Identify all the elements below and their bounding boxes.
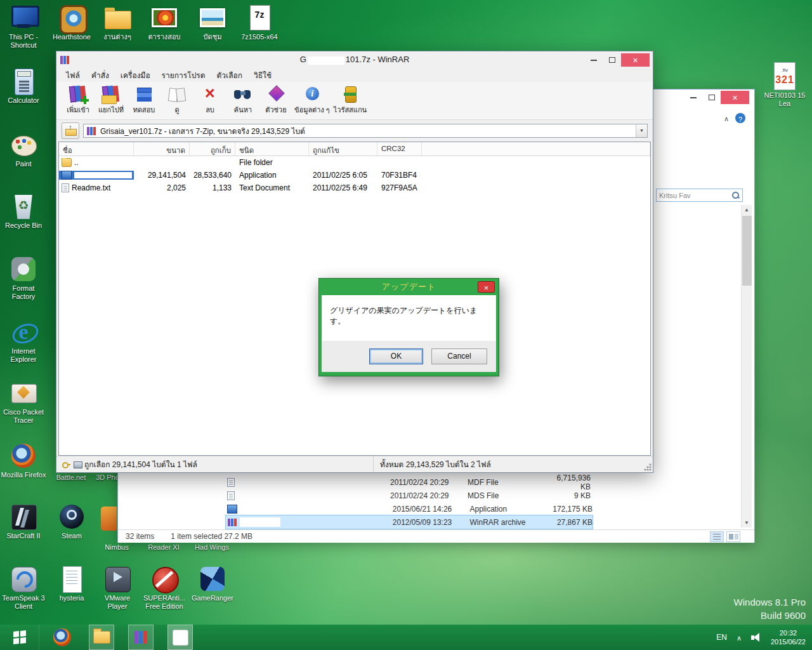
icons-view-button[interactable] (726, 531, 740, 542)
scroll-down-arrow-icon[interactable] (742, 518, 752, 527)
partial-desktop-icon[interactable] (101, 507, 117, 531)
view-button[interactable]: ดู (160, 84, 193, 116)
column-header-modified[interactable]: ถูกแก้ไข (309, 142, 377, 156)
wizard-button[interactable]: ตัวช่วย (259, 84, 292, 116)
menu-file[interactable]: ไฟล์ (60, 68, 86, 83)
dialog-close-button[interactable] (478, 281, 495, 293)
explorer-file-row-selected[interactable]: 2012/05/09 13:23 WinRAR archive 27,867 K… (226, 515, 593, 529)
close-button[interactable] (621, 53, 650, 67)
delete-button[interactable]: ลบ (193, 84, 226, 116)
desktop-icon-label: This PC - Shortcut (0, 33, 47, 50)
winrar-window[interactable]: G101.7z - WinRAR ไฟล์ คำสั่ง เครื่องมือ … (56, 51, 653, 473)
menu-options[interactable]: ตัวเลือก (211, 68, 248, 83)
desktop-icon-steam[interactable]: Steam (48, 503, 95, 540)
desktop-icon-cisco-packet-tracer[interactable]: Cisco Packet Tracer (0, 379, 47, 425)
disk-icon[interactable] (73, 460, 82, 469)
start-button[interactable] (0, 625, 39, 650)
scroll-up-arrow-icon[interactable] (742, 205, 752, 215)
desktop-icon-starcraft2[interactable]: StarCraft II (0, 503, 47, 540)
speaker-icon[interactable] (751, 633, 761, 642)
desktop-icon-firefox[interactable]: Mozilla Firefox (0, 442, 47, 479)
column-header-crc32[interactable]: CRC32 (377, 142, 422, 156)
desktop-icon-label-battlenet[interactable]: Battle.net (48, 474, 94, 482)
desktop-icon-calculator[interactable]: Calculator (0, 67, 47, 105)
minimize-button[interactable] (684, 91, 702, 104)
file-row-selected[interactable]: 29,141,504 28,533,640 Application 2011/0… (59, 169, 650, 182)
language-indicator[interactable]: EN (716, 633, 727, 642)
add-button[interactable]: เพิ่มเข้า (62, 84, 95, 116)
ribbon-collapse-icon[interactable] (724, 112, 729, 124)
desktop-icon-7zip-installer[interactable]: 7z1505-x64 (236, 4, 283, 41)
key-icon[interactable] (62, 460, 71, 469)
search-icon[interactable] (731, 191, 740, 199)
menu-tools[interactable]: เครื่องมือ (115, 68, 156, 83)
desktop-icon-neti-flv[interactable]: .flv321NETI0103 15 Lea (761, 62, 808, 108)
desktop-icon-hysteria[interactable]: hysteria (48, 565, 95, 602)
column-header-size[interactable]: ขนาด (134, 142, 190, 156)
virus-scan-button[interactable]: ไวรัสสแกน (332, 84, 369, 116)
details-view-button[interactable] (710, 531, 724, 542)
desktop-icon-gameranger[interactable]: GameRanger (189, 565, 236, 602)
desktop-icon-work-folder[interactable]: งานต่างๆ (94, 4, 141, 41)
winrar-title-bar[interactable]: G101.7z - WinRAR (56, 51, 653, 68)
explorer-file-row[interactable]: 2011/02/24 20:29 MDF File 6,715,936 KB (226, 475, 593, 489)
menu-commands[interactable]: คำสั่ง (86, 68, 115, 83)
menu-help[interactable]: วิธีใช้ (248, 68, 277, 83)
desktop-icon-label-nimbus[interactable]: Nimbus (94, 543, 140, 552)
application-icon (227, 505, 237, 514)
status-total-text: ทั้งหมด 29,143,529 ไบต์ใน 2 ไฟล์ (380, 460, 491, 469)
show-hidden-icons-chevron[interactable] (737, 632, 742, 643)
desktop-icon-photo-beach[interactable]: บัดชุม (189, 4, 236, 41)
minimize-button[interactable] (584, 53, 603, 67)
taskbar-winrar-button[interactable] (128, 625, 154, 650)
file-row-up-dir[interactable]: .. File folder (59, 156, 650, 169)
info-icon (301, 84, 323, 104)
taskbar-firefox-button[interactable] (49, 625, 75, 650)
update-dialog[interactable]: アップデート グリザイアの果実のアップデートを行います。 OK Cancel (318, 278, 499, 376)
explorer-file-row[interactable]: 2015/06/21 14:26 Application 172,175 KB (226, 502, 593, 515)
file-row-readme[interactable]: Readme.txt 2,025 1,133 Text Document 201… (59, 182, 650, 194)
desktop-icon-teamspeak[interactable]: TeamSpeak 3 Client (0, 565, 47, 611)
desktop-icon-format-factory[interactable]: Format Factory (0, 255, 47, 301)
desktop-icon-label-hadwings[interactable]: Had Wings (187, 543, 237, 552)
desktop-icon-label: Cisco Packet Tracer (0, 408, 47, 425)
maximize-button[interactable] (702, 91, 721, 104)
ok-button[interactable]: OK (369, 348, 423, 364)
explorer-file-row[interactable]: 2011/02/24 20:29 MDS File 9 KB (226, 489, 593, 502)
censor-box (308, 56, 344, 65)
status-total-cell: ทั้งหมด 29,143,529 ไบต์ใน 2 ไฟล์ (374, 458, 491, 470)
desktop-icon-hearthstone[interactable]: Hearthstone (48, 4, 95, 41)
desktop-icon-photo-flower[interactable]: ตารางสอบ (141, 4, 188, 41)
column-header-packed[interactable]: ถูกเก็บ (190, 142, 235, 156)
menu-favorites[interactable]: รายการโปรด (156, 68, 211, 83)
scrollbar-thumb[interactable] (742, 216, 752, 286)
resize-grip[interactable] (643, 463, 652, 471)
desktop-icon-superantispyware[interactable]: SUPERAnti... Free Edition (141, 565, 188, 611)
extract-to-button[interactable]: แยกไปที่ (95, 84, 128, 116)
taskbar-explorer-button[interactable] (89, 625, 114, 650)
help-button[interactable] (735, 113, 745, 123)
column-header-name[interactable]: ชื่อ (59, 142, 134, 156)
find-button[interactable]: ค้นหา (226, 84, 259, 116)
cancel-button[interactable]: Cancel (431, 348, 487, 364)
desktop-icon-label-readerxi[interactable]: Reader XI (141, 543, 187, 552)
dialog-title-bar[interactable]: アップデート (322, 279, 496, 295)
desktop-icon-internet-explorer[interactable]: Internet Explorer (0, 318, 47, 364)
scrollbar[interactable] (741, 205, 752, 527)
desktop-icon-vmware[interactable]: VMware Player (94, 565, 141, 611)
desktop-icon-this-pc[interactable]: This PC - Shortcut (0, 4, 47, 50)
explorer-search-box[interactable]: Kritsu Fav (656, 189, 743, 202)
maximize-button[interactable] (603, 53, 621, 67)
up-one-level-button[interactable] (62, 123, 79, 139)
taskbar-updater-button[interactable] (167, 625, 193, 650)
taskbar-clock[interactable]: 20:32 2015/06/22 (771, 628, 806, 646)
desktop-icon-label: Recycle Bin (0, 222, 47, 230)
info-button[interactable]: ข้อมูลต่าง ๆ (292, 84, 332, 116)
column-header-type[interactable]: ชนิด (235, 142, 309, 156)
archive-path-combo[interactable]: Grisaia_ver101.7z - เอกสาร 7-Zip, ขนาดจร… (83, 124, 648, 138)
close-button[interactable] (721, 91, 749, 104)
test-button[interactable]: ทดสอบ (128, 84, 160, 116)
desktop-icon-paint[interactable]: Paint (0, 131, 47, 168)
dropdown-arrow-icon[interactable] (636, 124, 647, 137)
desktop-icon-recycle-bin[interactable]: Recycle Bin (0, 192, 47, 230)
